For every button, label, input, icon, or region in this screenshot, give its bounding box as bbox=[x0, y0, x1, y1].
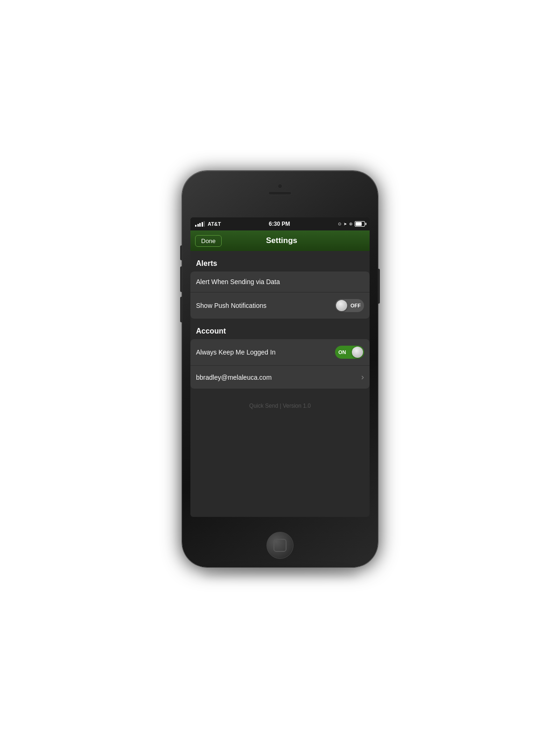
carrier-info: AT&T bbox=[195, 221, 221, 227]
battery-indicator bbox=[355, 221, 365, 227]
version-footer: Quick Send | Version 1.0 bbox=[190, 389, 370, 414]
power-button[interactable] bbox=[378, 269, 380, 304]
status-icons: ⊙ ➤ ⊕ bbox=[338, 221, 365, 227]
toggle-on-label: ON bbox=[338, 349, 346, 355]
show-push-notifications-row[interactable]: Show Push Notifications OFF bbox=[190, 292, 370, 319]
phone-top-detail bbox=[268, 184, 292, 195]
chevron-right-icon: › bbox=[361, 372, 364, 382]
show-push-notifications-toggle[interactable]: OFF bbox=[335, 299, 364, 312]
always-keep-logged-in-label: Always Keep Me Logged In bbox=[196, 348, 275, 356]
volume-down-button[interactable] bbox=[180, 297, 182, 322]
navigation-bar: Done Settings bbox=[190, 230, 370, 251]
carrier-name: AT&T bbox=[208, 221, 221, 227]
clock-icon: ⊙ bbox=[338, 222, 342, 226]
home-button-inner bbox=[273, 539, 287, 552]
earpiece-speaker bbox=[268, 191, 292, 195]
account-section-header: Account bbox=[190, 319, 370, 339]
account-row-group: Always Keep Me Logged In ON bbradley@mel… bbox=[190, 339, 370, 389]
volume-up-button[interactable] bbox=[180, 266, 182, 292]
show-push-notifications-label: Show Push Notifications bbox=[196, 302, 266, 309]
done-button[interactable]: Done bbox=[195, 235, 222, 247]
signal-bar-2 bbox=[197, 224, 199, 227]
phone-screen: AT&T 6:30 PM ⊙ ➤ ⊕ Done Settings Alerts bbox=[190, 217, 370, 517]
signal-strength bbox=[195, 221, 205, 227]
email-row[interactable]: bbradley@melaleuca.com › bbox=[190, 366, 370, 389]
lock-icon: ⊕ bbox=[349, 222, 353, 226]
settings-content: Alerts Alert When Sending via Data Show … bbox=[190, 251, 370, 517]
page-title: Settings bbox=[222, 236, 342, 245]
alert-when-sending-row[interactable]: Alert When Sending via Data bbox=[190, 272, 370, 292]
home-button[interactable] bbox=[266, 532, 294, 559]
always-keep-logged-in-row[interactable]: Always Keep Me Logged In ON bbox=[190, 339, 370, 366]
signal-bar-5 bbox=[203, 221, 205, 227]
phone-device: AT&T 6:30 PM ⊙ ➤ ⊕ Done Settings Alerts bbox=[182, 171, 378, 567]
toggle-knob-off bbox=[336, 300, 347, 311]
always-keep-logged-in-toggle[interactable]: ON bbox=[335, 346, 364, 359]
phone-reflection bbox=[202, 567, 358, 581]
version-text: Quick Send | Version 1.0 bbox=[249, 403, 311, 409]
alerts-section-header: Alerts bbox=[190, 251, 370, 272]
email-label: bbradley@melaleuca.com bbox=[196, 374, 272, 381]
signal-bar-1 bbox=[195, 225, 196, 227]
alert-when-sending-label: Alert When Sending via Data bbox=[196, 278, 280, 285]
status-time: 6:30 PM bbox=[269, 221, 290, 227]
mute-button[interactable] bbox=[180, 245, 182, 260]
battery-fill bbox=[356, 222, 362, 226]
signal-bar-3 bbox=[199, 223, 201, 227]
toggle-off-label: OFF bbox=[350, 303, 361, 308]
front-camera bbox=[278, 184, 282, 188]
toggle-knob-on bbox=[352, 347, 363, 358]
location-icon: ➤ bbox=[343, 222, 347, 226]
alerts-row-group: Alert When Sending via Data Show Push No… bbox=[190, 272, 370, 319]
signal-bar-4 bbox=[202, 222, 203, 227]
status-bar: AT&T 6:30 PM ⊙ ➤ ⊕ bbox=[190, 217, 370, 230]
